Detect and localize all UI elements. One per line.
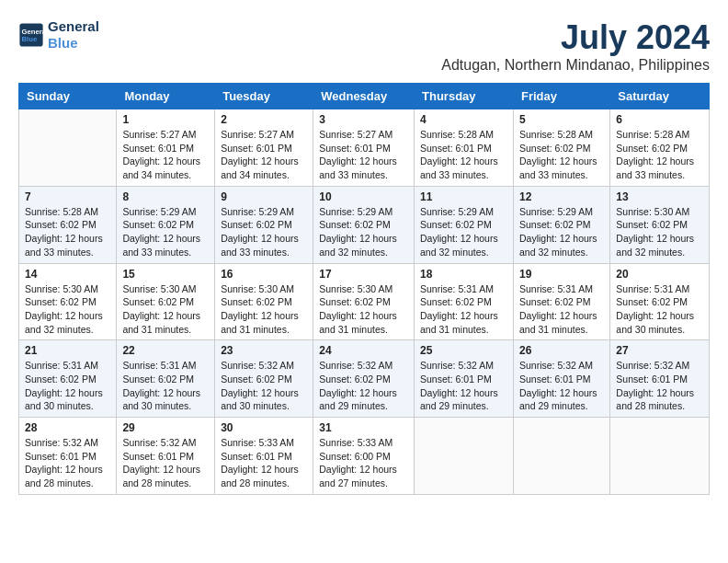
day-content: Sunrise: 5:31 AM — [519, 282, 604, 296]
calendar-week-row: 14Sunrise: 5:30 AMSunset: 6:02 PMDayligh… — [19, 263, 710, 340]
table-row: 27Sunrise: 5:32 AMSunset: 6:01 PMDayligh… — [610, 340, 710, 418]
day-content: and 30 minutes. — [25, 399, 110, 413]
day-content: Sunrise: 5:30 AM — [122, 282, 209, 296]
day-number: 3 — [319, 113, 408, 126]
day-content: and 31 minutes. — [519, 323, 604, 337]
day-content: Daylight: 12 hours — [319, 386, 408, 400]
table-row — [19, 109, 117, 187]
day-content: Daylight: 12 hours — [122, 232, 209, 246]
table-row: 29Sunrise: 5:32 AMSunset: 6:01 PMDayligh… — [117, 418, 215, 495]
day-number: 26 — [519, 344, 604, 357]
day-content: Sunrise: 5:28 AM — [25, 205, 110, 219]
day-content: Sunset: 6:02 PM — [221, 295, 307, 309]
day-content: Sunset: 6:01 PM — [519, 373, 604, 386]
day-content: Sunrise: 5:32 AM — [221, 359, 307, 373]
table-row: 6Sunrise: 5:28 AMSunset: 6:02 PMDaylight… — [610, 109, 710, 187]
table-row: 17Sunrise: 5:30 AMSunset: 6:02 PMDayligh… — [313, 263, 415, 340]
day-content: Sunrise: 5:27 AM — [122, 128, 209, 142]
day-content: and 31 minutes. — [221, 323, 307, 337]
table-row: 25Sunrise: 5:32 AMSunset: 6:01 PMDayligh… — [415, 340, 514, 418]
day-number: 9 — [221, 190, 307, 203]
header-monday: Monday — [117, 84, 215, 109]
day-number: 13 — [616, 190, 703, 203]
day-number: 5 — [519, 113, 604, 126]
day-content: Daylight: 12 hours — [616, 309, 703, 323]
day-content: Daylight: 12 hours — [25, 232, 110, 246]
day-content: and 30 minutes. — [221, 399, 307, 413]
day-content: and 31 minutes. — [319, 323, 408, 337]
table-row: 20Sunrise: 5:31 AMSunset: 6:02 PMDayligh… — [610, 263, 710, 340]
day-number: 14 — [25, 268, 110, 281]
table-row: 21Sunrise: 5:31 AMSunset: 6:02 PMDayligh… — [19, 340, 117, 418]
day-number: 20 — [616, 268, 703, 281]
table-row: 12Sunrise: 5:29 AMSunset: 6:02 PMDayligh… — [513, 186, 609, 263]
day-content: Sunset: 6:02 PM — [519, 142, 604, 155]
day-content: Sunrise: 5:32 AM — [25, 436, 110, 450]
table-row — [415, 418, 514, 495]
day-content: Daylight: 12 hours — [319, 309, 408, 323]
day-content: and 31 minutes. — [420, 323, 507, 337]
table-row: 3Sunrise: 5:27 AMSunset: 6:01 PMDaylight… — [313, 109, 415, 187]
table-row: 2Sunrise: 5:27 AMSunset: 6:01 PMDaylight… — [215, 109, 313, 187]
day-number: 31 — [319, 421, 408, 434]
day-content: and 29 minutes. — [519, 399, 604, 413]
table-row: 8Sunrise: 5:29 AMSunset: 6:02 PMDaylight… — [117, 186, 215, 263]
table-row — [513, 418, 609, 495]
day-content: Sunrise: 5:27 AM — [319, 128, 408, 142]
day-content: Daylight: 12 hours — [616, 232, 703, 246]
table-row: 14Sunrise: 5:30 AMSunset: 6:02 PMDayligh… — [19, 263, 117, 340]
day-content: Sunset: 6:02 PM — [519, 295, 604, 309]
day-number: 24 — [319, 344, 408, 357]
day-content: and 32 minutes. — [420, 246, 507, 259]
day-content: Sunset: 6:02 PM — [616, 295, 703, 309]
day-number: 6 — [616, 113, 703, 126]
day-content: and 33 minutes. — [420, 168, 507, 182]
day-content: and 32 minutes. — [519, 246, 604, 259]
day-content: Sunrise: 5:33 AM — [319, 436, 408, 450]
day-content: Sunset: 6:02 PM — [25, 218, 110, 232]
day-content: Daylight: 12 hours — [519, 386, 604, 400]
day-content: Sunset: 6:02 PM — [122, 218, 209, 232]
table-row: 5Sunrise: 5:28 AMSunset: 6:02 PMDaylight… — [513, 109, 609, 187]
day-content: and 34 minutes. — [221, 168, 307, 182]
day-number: 22 — [122, 344, 209, 357]
day-content: Sunset: 6:01 PM — [319, 142, 408, 155]
day-number: 27 — [616, 344, 703, 357]
day-content: Sunset: 6:01 PM — [221, 450, 307, 464]
day-content: Sunset: 6:01 PM — [221, 142, 307, 155]
day-content: Sunrise: 5:30 AM — [319, 282, 408, 296]
day-content: Daylight: 12 hours — [122, 386, 209, 400]
table-row: 24Sunrise: 5:32 AMSunset: 6:02 PMDayligh… — [313, 340, 415, 418]
day-content: Sunset: 6:02 PM — [519, 218, 604, 232]
day-content: Sunset: 6:02 PM — [25, 373, 110, 386]
day-number: 29 — [122, 421, 209, 434]
header-tuesday: Tuesday — [215, 84, 313, 109]
day-content: and 32 minutes. — [616, 246, 703, 259]
day-number: 28 — [25, 421, 110, 434]
svg-text:Blue: Blue — [22, 35, 38, 43]
day-content: Daylight: 12 hours — [319, 155, 408, 168]
day-content: and 33 minutes. — [221, 246, 307, 259]
day-content: Sunrise: 5:31 AM — [122, 359, 209, 373]
table-row: 4Sunrise: 5:28 AMSunset: 6:01 PMDaylight… — [415, 109, 514, 187]
table-row: 30Sunrise: 5:33 AMSunset: 6:01 PMDayligh… — [215, 418, 313, 495]
day-content: Daylight: 12 hours — [420, 386, 507, 400]
logo-text-line1: General — [48, 18, 99, 35]
day-content: Sunset: 6:02 PM — [122, 295, 209, 309]
table-row — [610, 418, 710, 495]
day-number: 17 — [319, 268, 408, 281]
day-content: Sunrise: 5:31 AM — [25, 359, 110, 373]
day-number: 1 — [122, 113, 209, 126]
day-content: and 28 minutes. — [122, 477, 209, 490]
logo: General Blue General Blue — [18, 18, 99, 52]
header-saturday: Saturday — [610, 84, 710, 109]
day-number: 12 — [519, 190, 604, 203]
day-number: 4 — [420, 113, 507, 126]
table-row: 9Sunrise: 5:29 AMSunset: 6:02 PMDaylight… — [215, 186, 313, 263]
day-content: and 29 minutes. — [319, 399, 408, 413]
logo-text-line2: Blue — [48, 35, 99, 52]
day-content: and 33 minutes. — [25, 246, 110, 259]
day-content: Sunset: 6:00 PM — [319, 450, 408, 464]
calendar-week-row: 1Sunrise: 5:27 AMSunset: 6:01 PMDaylight… — [19, 109, 710, 187]
day-content: Sunset: 6:01 PM — [420, 142, 507, 155]
